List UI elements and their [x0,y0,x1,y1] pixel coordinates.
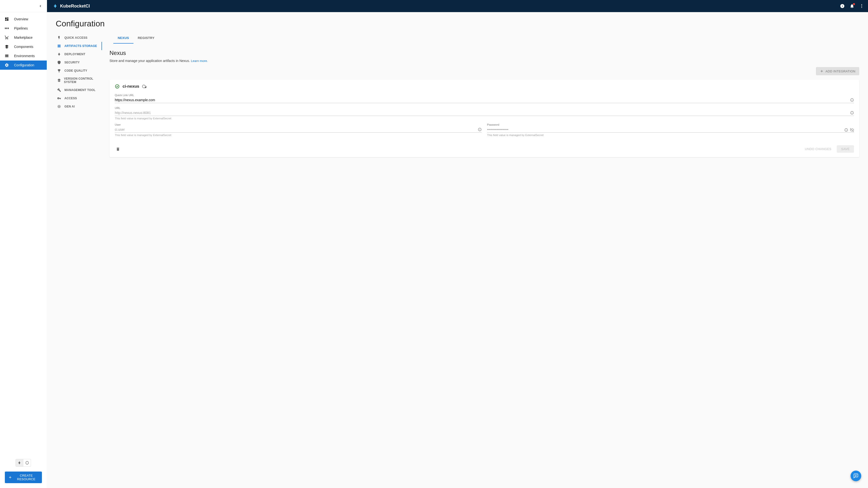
subnav-gen-ai[interactable]: GEN AI [56,102,102,110]
svg-rect-10 [5,57,8,57]
svg-point-2 [861,4,862,5]
sidebar-item-label: Overview [14,17,28,21]
field-label: Quick Link URL [115,94,854,97]
sidebar-item-environments[interactable]: Environments [0,51,47,61]
gear-icon [4,63,9,67]
sidebar-item-configuration[interactable]: Configuration [0,61,47,70]
undo-changes-button[interactable]: UNDO CHANGES [801,145,835,153]
quick-link-url-field: Quick Link URL [115,94,854,103]
field-helper: This field value is managed by ExternalS… [487,134,854,136]
url-input [115,110,854,116]
page-title: Configuration [56,19,859,28]
topbar: KubeRocketCI i [0,0,868,12]
subnav-label: VERSION CONTROL SYSTEM [64,77,100,84]
svg-text:i: i [842,4,843,7]
info-outline-icon[interactable] [850,111,854,115]
pipelines-icon [4,26,9,31]
main-content: Configuration QUICK ACCESS ARTIFACTS STO… [47,12,868,488]
cart-icon [4,35,9,40]
subnav-security[interactable]: SECURITY [56,58,102,67]
integration-name: ci-nexus [123,84,139,89]
ai-icon [57,104,62,108]
subnav-artifacts-storage[interactable]: ARTIFACTS STORAGE [56,42,102,50]
svg-rect-12 [58,45,61,45]
create-resource-label: CREATE RESOURCE [14,474,38,481]
field-label: Password [487,123,854,126]
subnav-label: ACCESS [64,97,77,100]
subnav-label: ARTIFACTS STORAGE [64,44,97,48]
add-integration-label: ADD INTEGRATION [826,69,856,73]
key-icon [57,96,62,100]
svg-marker-11 [26,461,28,464]
collapse-chevron-icon[interactable] [39,4,42,8]
more-vert-icon[interactable] [859,4,864,8]
field-helper: This field value is managed by ExternalS… [115,117,854,120]
cloud-lock-icon [142,84,147,89]
brand[interactable]: KubeRocketCI [53,4,90,9]
environments-icon [4,54,9,58]
view-toggle-kube[interactable] [23,459,31,467]
subnav-code-quality[interactable]: CODE QUALITY [56,67,102,75]
view-toggle [16,459,42,467]
svg-rect-18 [145,87,146,88]
plus-icon [8,476,12,479]
save-button[interactable]: SAVE [837,145,854,153]
chat-icon [853,473,859,479]
delete-button[interactable] [115,146,121,152]
subnav-label: CODE QUALITY [64,69,87,72]
info-outline-icon[interactable] [478,128,482,131]
password-input [487,127,854,133]
svg-rect-5 [5,28,6,29]
field-label: User [115,123,482,126]
subnav-quick-access[interactable]: QUICK ACCESS [56,34,102,42]
visibility-off-icon[interactable] [850,128,854,132]
bolt-icon [57,36,62,40]
notification-dot [853,3,855,5]
layers-icon [57,78,61,82]
info-icon[interactable]: i [840,4,845,8]
sidebar-item-overview[interactable]: Overview [0,14,47,24]
sidebar-item-label: Environments [14,54,35,58]
subnav-vcs[interactable]: VERSION CONTROL SYSTEM [56,75,102,86]
subnav-management-tool[interactable]: MANAGEMENT TOOL [56,86,102,94]
trophy-icon [57,69,62,73]
svg-point-3 [861,6,862,6]
view-toggle-rocket[interactable] [16,459,23,467]
sidebar-item-components[interactable]: Components [0,42,47,51]
svg-rect-8 [5,55,8,56]
info-outline-icon[interactable] [844,128,848,132]
storage-icon [57,44,62,48]
tab-registry[interactable]: REGISTRY [133,34,159,43]
user-field: User This field value is managed by Exte… [115,123,482,136]
svg-rect-7 [8,28,9,29]
add-integration-button[interactable]: ADD INTEGRATION [816,67,859,75]
brand-text: KubeRocketCI [60,4,90,9]
svg-point-15 [58,105,61,108]
sidebar-item-label: Marketplace [14,36,32,39]
svg-rect-13 [58,46,61,46]
field-helper: This field value is managed by ExternalS… [115,134,482,136]
section-title: Nexus [110,50,859,56]
sidebar-collapse-area [0,0,47,12]
tab-nexus[interactable]: NEXUS [113,34,133,43]
quick-link-url-input[interactable] [115,97,854,103]
info-outline-icon[interactable] [850,98,854,102]
sidebar-item-label: Components [14,45,33,48]
subnav-label: QUICK ACCESS [64,36,87,39]
subnav-access[interactable]: ACCESS [56,94,102,102]
learn-more-link[interactable]: Learn more. [191,59,208,63]
sidebar-item-label: Configuration [14,63,34,67]
password-field: Password This field value is managed by … [487,123,854,136]
chat-fab[interactable] [850,470,861,481]
sidebar-item-pipelines[interactable]: Pipelines [0,24,47,33]
check-circle-icon [115,84,120,89]
subnav-deployment[interactable]: DEPLOYMENT [56,50,102,58]
notifications-icon[interactable] [849,4,855,8]
create-resource-button[interactable]: CREATE RESOURCE [5,471,42,483]
svg-point-4 [861,7,862,8]
config-subnav: QUICK ACCESS ARTIFACTS STORAGE DEPLOYMEN… [56,34,102,157]
sidebar-item-marketplace[interactable]: Marketplace [0,33,47,42]
subnav-label: GEN AI [64,105,75,108]
field-label: URL [115,106,854,109]
svg-rect-9 [5,56,8,56]
